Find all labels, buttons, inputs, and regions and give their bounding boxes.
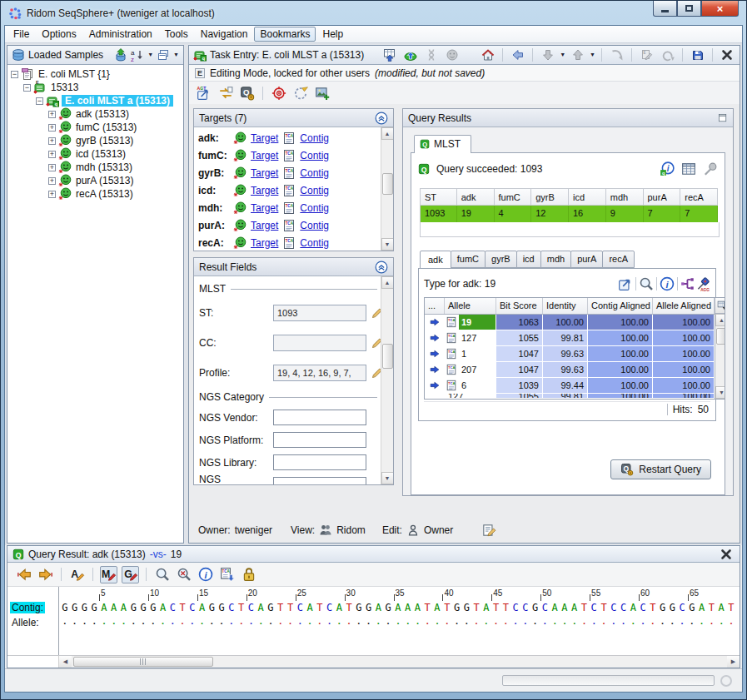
submit-table-icon[interactable] <box>383 48 396 62</box>
expand-expander[interactable]: + <box>48 137 56 145</box>
tree-node[interactable]: +fumC (15313) <box>7 121 183 134</box>
edit-cc-icon[interactable] <box>371 336 381 350</box>
zoom-out-icon[interactable] <box>177 567 192 582</box>
allele-table-scrollbar[interactable]: ▲ ▼ <box>715 298 725 399</box>
target-scan-icon[interactable] <box>271 86 286 101</box>
query-settings-icon[interactable]: Q <box>240 86 255 101</box>
st-cell[interactable]: 16 <box>569 206 606 222</box>
scroll-down-icon[interactable]: ▼ <box>715 386 725 399</box>
allele-column-header[interactable]: ... <box>425 298 445 314</box>
st-cell[interactable]: 19 <box>457 206 495 222</box>
edit-st-icon[interactable] <box>371 306 381 320</box>
menu-help[interactable]: Help <box>316 27 349 42</box>
st-cell[interactable]: 7 <box>644 206 681 222</box>
export-icon[interactable] <box>618 276 633 291</box>
st-column-header[interactable]: gyrB <box>531 188 569 206</box>
st-column-header[interactable]: ST <box>420 188 457 206</box>
st-column-header[interactable]: adk <box>457 188 495 206</box>
allele-row-label[interactable]: Allele: <box>10 617 41 628</box>
tree-node-label[interactable]: mdh (15313) <box>74 161 134 173</box>
tree-node[interactable]: +mdh (15313) <box>7 161 183 174</box>
collapse-expander[interactable]: − <box>23 84 31 92</box>
menu-bookmarks[interactable]: Bookmarks <box>254 27 316 42</box>
close-task-button[interactable] <box>719 47 735 63</box>
st-column-header[interactable]: recA <box>680 188 718 206</box>
contig-sequence[interactable]: GGGGAAAGGGACTCAGGCTCAGTTCATCATGGAGAAATAT… <box>60 601 736 615</box>
menu-administration[interactable]: Administration <box>83 27 158 42</box>
sequence-view[interactable]: 5101520253035404550556065 GGGGAAAGGGACTC… <box>7 587 740 655</box>
next-difference-icon[interactable] <box>38 567 53 582</box>
next-entry-icon[interactable] <box>541 48 555 62</box>
target-link[interactable]: Target <box>251 167 278 179</box>
tab-mlst[interactable]: Q MLST <box>414 135 471 153</box>
upload-icon[interactable] <box>404 48 417 62</box>
scroll-down-icon[interactable]: ▼ <box>381 472 394 484</box>
sort-caret-icon[interactable]: ▼ <box>147 51 153 59</box>
alignment-info-icon[interactable]: i <box>198 567 213 582</box>
maximize-panel-icon[interactable] <box>718 113 728 123</box>
contig-link[interactable]: Contig <box>300 202 329 214</box>
contig-link[interactable]: Contig <box>300 220 329 231</box>
allele-row[interactable]: 127105599.81100.00100.00 <box>425 394 715 399</box>
export-sequences-icon[interactable]: AGT <box>197 86 212 101</box>
close-alignment-button[interactable] <box>718 546 735 563</box>
back-icon[interactable] <box>511 48 525 62</box>
collapse-expander[interactable]: − <box>36 97 43 105</box>
collapse-targets-icon[interactable] <box>375 112 388 125</box>
ngs-field-input[interactable] <box>273 477 366 484</box>
contig-row-label[interactable]: Contig: <box>10 602 45 613</box>
st-cell[interactable]: 4 <box>495 206 532 222</box>
allele-sequence[interactable]: ........................................… <box>60 616 736 628</box>
allele-row[interactable]: TCA127105599.81100.00100.00 <box>425 330 715 346</box>
add-image-icon[interactable] <box>315 86 330 101</box>
allele-column-header[interactable]: Allele Aligned <box>653 298 715 314</box>
close-window-button[interactable]: × <box>701 1 739 17</box>
st-column-header[interactable]: purA <box>644 188 681 206</box>
maximize-button[interactable] <box>677 1 701 17</box>
expand-expander[interactable]: + <box>48 151 56 158</box>
contig-link[interactable]: Contig <box>300 150 329 161</box>
restart-query-button[interactable]: Q Restart Query <box>610 459 711 479</box>
contig-link[interactable]: Contig <box>300 185 329 196</box>
tree-node-label[interactable]: E. coli MLST {1} <box>37 68 112 80</box>
tree-node-label[interactable]: adk (15313) <box>74 108 131 120</box>
allele-column-header[interactable]: Contig Aligned <box>588 298 653 314</box>
st-cell[interactable]: 9 <box>606 206 644 222</box>
st-column-header[interactable]: icd <box>569 188 606 206</box>
allele-row[interactable]: TCA6103999.44100.00100.00 <box>425 378 715 394</box>
scroll-down-icon[interactable]: ▼ <box>381 238 394 251</box>
menu-options[interactable]: Options <box>36 27 82 42</box>
targets-scrollbar[interactable]: ▲ ▼ <box>381 127 393 251</box>
expand-expander[interactable]: + <box>48 191 56 198</box>
menu-navigation[interactable]: Navigation <box>195 27 254 42</box>
tree-node[interactable]: −E. coli MLST {1} <box>7 67 183 81</box>
scroll-up-icon[interactable]: ▲ <box>381 127 394 140</box>
ngs-field-input[interactable] <box>273 432 366 448</box>
st-result-row[interactable]: 10931941216977 <box>420 206 718 222</box>
prev-entry-icon[interactable] <box>571 48 585 62</box>
minimize-button[interactable] <box>653 1 677 17</box>
home-icon[interactable] <box>481 48 495 62</box>
allele-row[interactable]: TCA191063100.00100.00100.00 <box>425 315 715 330</box>
allele-row[interactable]: TCA1104799.63100.00100.00 <box>425 346 715 362</box>
menu-file[interactable]: File <box>7 27 35 42</box>
target-link[interactable]: Target <box>251 237 278 249</box>
title-bar[interactable]: Ridom SeqSphere+ (tweniger at localhost) <box>1 1 746 25</box>
target-link[interactable]: Target <box>251 132 278 144</box>
result-table-icon[interactable] <box>681 161 696 176</box>
zoom-in-icon[interactable] <box>155 567 170 582</box>
tree-compare-icon[interactable] <box>680 276 695 291</box>
tree-node[interactable]: +gyrB (15313) <box>7 134 183 147</box>
collapse-all-icon[interactable] <box>157 48 170 62</box>
allele-pin-icon[interactable]: AGG <box>695 276 710 291</box>
tab-allele-gyrB[interactable]: gyrB <box>485 251 517 268</box>
cc-field[interactable] <box>273 335 366 351</box>
expand-expander[interactable]: + <box>48 124 56 132</box>
tab-allele-recA[interactable]: recA <box>602 251 635 268</box>
collapse-caret-icon[interactable]: ▼ <box>173 51 179 59</box>
tree-node[interactable]: −qE. coli MLST a (15313) <box>7 94 183 107</box>
scrollbar-thumb[interactable] <box>73 657 213 667</box>
tree-node[interactable]: +recA (15313) <box>7 187 183 201</box>
st-column-header[interactable]: mdh <box>606 188 644 206</box>
info-icon[interactable]: i <box>660 276 675 291</box>
